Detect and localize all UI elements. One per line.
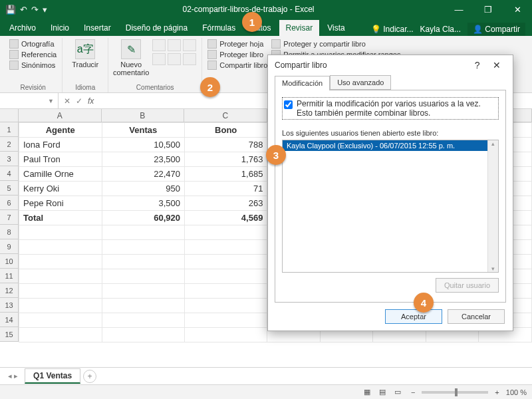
dialog-titlebar[interactable]: Compartir libro ? ✕ [268,55,513,75]
row-header[interactable]: 5 [0,181,19,196]
col-header[interactable]: C [184,109,267,122]
tab-uso-avanzado[interactable]: Uso avanzado [330,75,391,90]
select-all-corner[interactable] [0,109,19,122]
users-listbox[interactable]: Kayla Claypool (Exclusivo) - 06/07/2015 … [282,140,499,273]
aceptar-button[interactable]: Aceptar [385,309,442,324]
row-header[interactable]: 13 [0,298,19,313]
title-bar: 💾 ↶ ↷ ▾ 02-compartir-libros-de-trabajo -… [0,0,532,19]
close-button[interactable]: ✕ [503,0,532,19]
cancel-icon[interactable]: ✕ [64,96,70,106]
nuevo-comentario-button[interactable]: ✎ Nuevo comentario [114,39,148,76]
name-box[interactable]: ▼ [0,93,59,108]
ribbon-group-idioma: a字 Traducir Idioma [63,38,108,92]
list-item[interactable]: Kayla Claypool (Exclusivo) - 06/07/2015 … [283,140,498,151]
zoom-slider[interactable] [422,391,488,394]
proteger-hoja-button[interactable]: Proteger hoja [207,39,267,49]
prev-comment-button[interactable] [168,39,181,51]
tab-formulas[interactable]: Fórmulas [196,20,242,36]
dialog-tabs: Modificación Uso avanzado [268,75,513,90]
row-header[interactable]: 14 [0,313,19,327]
row-header[interactable]: 3 [0,152,19,166]
tab-diseno[interactable]: Diseño de página [119,20,194,36]
proteger-libro-button[interactable]: Proteger libro [207,50,267,59]
view-buttons: ▦ ▤ ▭ [360,388,404,396]
row-header[interactable]: 1 [0,122,19,137]
row-header[interactable]: 6 [0,196,19,210]
col-header[interactable]: A [19,109,102,122]
ribbon-group-label: Idioma [68,82,102,92]
translate-icon: a字 [75,39,95,59]
page-layout-icon[interactable]: ▤ [376,387,389,396]
row-header[interactable]: 4 [0,166,19,181]
cancelar-button[interactable]: Cancelar [448,309,505,324]
zoom-level[interactable]: 100 % [506,388,527,396]
proteger-compartir-button[interactable]: Proteger y compartir libro [271,39,400,49]
col-header[interactable]: B [102,109,185,122]
tab-archivo[interactable]: Archivo [3,20,43,36]
dialog-panel: Permitir la modificación por varios usua… [275,90,506,303]
dialog-help-button[interactable]: ? [469,60,485,70]
sheet-tab[interactable]: Q1 Ventas [25,368,80,384]
save-icon[interactable]: 💾 [5,5,16,15]
zoom-in-button[interactable]: + [495,388,499,396]
add-sheet-button[interactable]: + [83,370,96,383]
ribbon-group-revision: Ortografía Referencia Sinónimos Revisión [4,38,63,92]
restore-button[interactable]: ❐ [473,0,503,19]
quick-access-toolbar: 💾 ↶ ↷ ▾ [0,5,53,15]
ribbon-group-label: Revisión [9,82,57,92]
qat-more-icon[interactable]: ▾ [43,5,47,15]
user-label[interactable]: Kayla Cla... [420,25,461,34]
undo-icon[interactable]: ↶ [20,5,27,15]
sinonimos-button[interactable]: Sinónimos [9,61,57,70]
zoom-out-button[interactable]: − [411,388,415,396]
sheet-nav[interactable]: ◂ ▸ [4,372,22,380]
tab-insertar[interactable]: Insertar [77,20,118,36]
scrollbar[interactable]: ▴▾ [487,140,498,272]
tab-inicio[interactable]: Inicio [44,20,76,36]
dialog-buttons: Aceptar Cancelar [268,303,513,331]
row-header[interactable]: 11 [0,269,19,283]
comment-buttons [152,39,196,65]
traducir-button[interactable]: a字 Traducir [68,39,102,68]
share-workbook-icon [207,61,217,70]
redo-icon[interactable]: ↷ [31,5,39,15]
enter-icon[interactable]: ✓ [76,96,82,106]
page-break-icon[interactable]: ▭ [391,387,404,396]
fx-icon[interactable]: fx [88,96,94,106]
row-header[interactable]: 2 [0,137,19,152]
minimize-button[interactable]: — [444,0,473,19]
spellcheck-icon [9,39,19,49]
row-header[interactable]: 12 [0,283,19,298]
ribbon-tabs: Archivo Inicio Insertar Diseño de página… [0,19,532,36]
show-ink-button[interactable] [183,53,196,65]
show-all-button[interactable] [168,53,181,65]
row-header[interactable]: 15 [0,327,19,342]
tab-vista[interactable]: Vista [321,20,351,36]
new-comment-icon: ✎ [121,39,141,59]
row-header[interactable]: 7 [0,210,19,225]
tell-me-field[interactable]: 💡 Indicar... [371,25,414,34]
users-list-label: Los siguientes usuarios tienen abierto e… [282,129,499,137]
delete-comment-button[interactable] [152,39,166,51]
allow-multi-user-checkbox[interactable]: Permitir la modificación por varios usua… [282,97,499,120]
row-header[interactable]: 8 [0,225,19,239]
research-icon [9,50,19,59]
dialog-close-button[interactable]: ✕ [487,60,506,70]
normal-view-icon[interactable]: ▦ [360,387,374,396]
ortografia-button[interactable]: Ortografía [9,39,57,49]
referencia-button[interactable]: Referencia [9,50,57,59]
callout-1: 1 [242,12,262,32]
row-header[interactable]: 10 [0,254,19,269]
row-header[interactable]: 9 [0,239,19,254]
tab-revisar[interactable]: Revisar [279,20,320,36]
compartir-libro-button[interactable]: Compartir libro [207,61,267,70]
show-comment-button[interactable] [152,53,166,65]
share-button[interactable]: 👤 Compartir [467,23,525,36]
window-controls: — ❐ ✕ [444,0,532,19]
checkbox-input[interactable] [284,100,293,109]
protect-workbook-icon [207,50,217,59]
next-comment-button[interactable] [183,39,196,51]
tab-modificacion[interactable]: Modificación [275,76,330,90]
sheet-tab-bar: ◂ ▸ Q1 Ventas + [0,367,532,384]
status-bar: ▦ ▤ ▭ − + 100 % [0,384,532,399]
